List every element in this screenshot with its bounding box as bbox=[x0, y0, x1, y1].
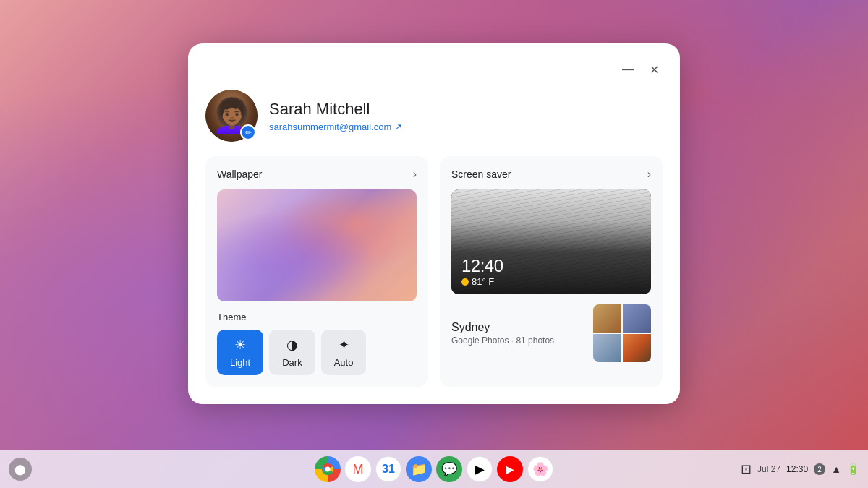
taskbar-app-youtube[interactable]: ▶ bbox=[497, 456, 523, 482]
notification-badge[interactable]: 2 bbox=[814, 463, 825, 475]
youtube-icon: ▶ bbox=[506, 463, 514, 475]
taskbar-time: 12:30 bbox=[786, 464, 808, 474]
screen-capture-icon[interactable]: ⊡ bbox=[741, 461, 752, 477]
album-source: Google Photos bbox=[451, 335, 509, 346]
theme-auto-button[interactable]: ✦ Auto bbox=[321, 330, 367, 375]
taskbar-app-gmail[interactable]: M bbox=[345, 456, 371, 482]
user-name: Sarah Mitchell bbox=[269, 100, 402, 119]
auto-icon: ✦ bbox=[339, 337, 349, 353]
user-info: Sarah Mitchell sarahsummermit@gmail.com … bbox=[269, 100, 402, 132]
wifi-icon[interactable]: ▲ bbox=[831, 463, 841, 475]
taskbar-right: ⊡ Jul 27 12:30 2 ▲ 🔋 bbox=[741, 461, 859, 477]
user-profile: ✏ Sarah Mitchell sarahsummermit@gmail.co… bbox=[205, 90, 663, 142]
taskbar-center: M 31 📁 💬 ▶ ▶ 🌸 bbox=[315, 456, 553, 482]
taskbar-left: ⬤ bbox=[9, 458, 32, 481]
external-link-icon: ↗ bbox=[394, 121, 402, 132]
close-button[interactable]: ✕ bbox=[645, 61, 663, 78]
album-info: Sydney Google Photos · 81 photos bbox=[451, 321, 554, 346]
wallpaper-panel-header: Wallpaper › bbox=[217, 168, 417, 181]
light-icon: ☀ bbox=[234, 337, 246, 353]
user-email-link[interactable]: sarahsummermit@gmail.com ↗ bbox=[269, 121, 402, 132]
taskbar-date: Jul 27 bbox=[757, 464, 780, 474]
album-thumb-4 bbox=[623, 334, 651, 362]
album-thumb-3 bbox=[593, 334, 621, 362]
theme-label: Theme bbox=[217, 312, 417, 322]
dialog-controls: — ✕ bbox=[205, 61, 663, 78]
email-text: sarahsummermit@gmail.com bbox=[269, 121, 391, 132]
dark-label: Dark bbox=[282, 357, 302, 368]
wallpaper-panel: Wallpaper › Theme ☀ Light ◑ Dark ✦ Auto bbox=[205, 156, 428, 387]
screensaver-time: 12:40 bbox=[461, 256, 503, 276]
screensaver-overlay: 12:40 81° F bbox=[461, 256, 503, 287]
album-count: 81 photos bbox=[516, 335, 554, 346]
album-thumbnails bbox=[593, 304, 651, 362]
screensaver-weather: 81° F bbox=[461, 276, 503, 287]
theme-buttons: ☀ Light ◑ Dark ✦ Auto bbox=[217, 330, 417, 375]
taskbar-app-files[interactable]: 📁 bbox=[406, 456, 432, 482]
gmail-icon: M bbox=[353, 462, 364, 477]
theme-light-button[interactable]: ☀ Light bbox=[217, 330, 263, 375]
play-icon: ▶ bbox=[475, 461, 485, 477]
minimize-button[interactable]: — bbox=[619, 61, 637, 78]
album-thumb-2 bbox=[623, 304, 651, 333]
theme-dark-button[interactable]: ◑ Dark bbox=[269, 330, 315, 375]
wallpaper-panel-arrow[interactable]: › bbox=[413, 168, 417, 181]
album-name: Sydney bbox=[451, 321, 554, 334]
taskbar-app-chrome[interactable] bbox=[315, 456, 341, 482]
svg-point-1 bbox=[326, 467, 331, 472]
photos-icon: 🌸 bbox=[532, 461, 548, 477]
camera-icon: ⬤ bbox=[9, 458, 32, 481]
messages-icon: 💬 bbox=[441, 461, 457, 477]
wallpaper-panel-title: Wallpaper bbox=[217, 168, 263, 180]
taskbar-app-messages[interactable]: 💬 bbox=[436, 456, 462, 482]
avatar-wrapper: ✏ bbox=[205, 90, 258, 142]
edit-avatar-badge[interactable]: ✏ bbox=[240, 124, 256, 140]
settings-dialog: — ✕ ✏ Sarah Mitchell sarahsummermit@gmai… bbox=[188, 43, 680, 404]
files-icon: 📁 bbox=[411, 461, 427, 477]
album-section: Sydney Google Photos · 81 photos bbox=[451, 304, 651, 362]
auto-label: Auto bbox=[334, 357, 354, 368]
screensaver-preview[interactable]: 12:40 81° F bbox=[451, 189, 651, 294]
calendar-icon: 31 bbox=[382, 463, 395, 476]
battery-icon[interactable]: 🔋 bbox=[847, 463, 859, 475]
taskbar-app-calendar[interactable]: 31 bbox=[375, 456, 401, 482]
taskbar: ⬤ M 31 📁 💬 ▶ ▶ 🌸 ⊡ Jul 27 12:30 bbox=[0, 450, 868, 488]
weather-temp: 81° F bbox=[472, 276, 494, 287]
light-label: Light bbox=[230, 357, 250, 368]
screensaver-panel-header: Screen saver › bbox=[451, 168, 651, 181]
weather-sun-icon bbox=[461, 278, 469, 286]
album-thumb-1 bbox=[593, 304, 621, 333]
screensaver-panel: Screen saver › 12:40 81° F Sydney bbox=[440, 156, 663, 387]
screensaver-panel-arrow[interactable]: › bbox=[647, 168, 651, 181]
taskbar-app-photos[interactable]: 🌸 bbox=[527, 456, 553, 482]
taskbar-app-play[interactable]: ▶ bbox=[467, 456, 493, 482]
dark-icon: ◑ bbox=[286, 337, 298, 353]
screensaver-panel-title: Screen saver bbox=[451, 168, 511, 180]
album-meta: Google Photos · 81 photos bbox=[451, 335, 554, 346]
wallpaper-preview[interactable] bbox=[217, 189, 417, 301]
content-grid: Wallpaper › Theme ☀ Light ◑ Dark ✦ Auto bbox=[205, 156, 663, 387]
